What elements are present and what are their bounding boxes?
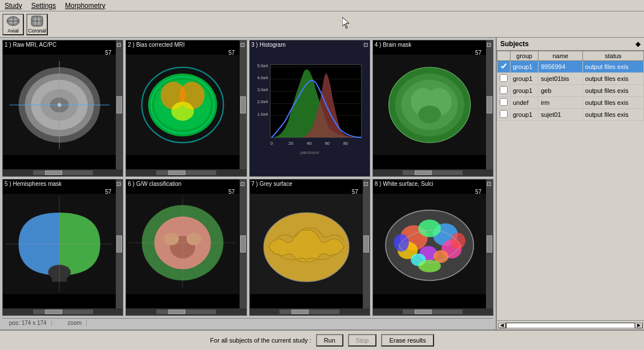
scroll-track[interactable] bbox=[506, 323, 635, 328]
cell7-hthumb[interactable] bbox=[291, 310, 309, 314]
cell4-expand-btn[interactable]: ⊡ bbox=[487, 42, 491, 48]
cell6-expand-btn[interactable]: ⊡ bbox=[240, 181, 245, 187]
row-checkbox-4[interactable] bbox=[500, 110, 508, 118]
svg-point-51 bbox=[418, 105, 441, 123]
cell2-vthumb[interactable] bbox=[240, 96, 246, 113]
cell5-canvas[interactable] bbox=[3, 180, 116, 308]
svg-text:20: 20 bbox=[288, 141, 293, 146]
cell3-expand-btn[interactable]: ⊡ bbox=[363, 42, 368, 48]
cell1-expand-btn[interactable]: ⊡ bbox=[116, 42, 121, 48]
coronal-button[interactable]: Coronal bbox=[26, 14, 48, 35]
svg-text:1.0e4: 1.0e4 bbox=[257, 112, 268, 117]
cell5-hscroll[interactable] bbox=[33, 310, 93, 314]
cell2-canvas[interactable] bbox=[126, 40, 239, 169]
cell6-body bbox=[126, 180, 246, 308]
cell-hemispheres: 5 ) Hemispheres mask ⊡ 57 bbox=[2, 179, 123, 316]
cell6-hscroll[interactable] bbox=[156, 310, 216, 314]
run-button[interactable]: Run bbox=[316, 334, 343, 347]
cell5-number: 57 bbox=[105, 189, 111, 195]
scroll-right-btn[interactable]: ▶ bbox=[635, 323, 643, 328]
cell2-bottom bbox=[126, 169, 246, 176]
bias-mri-svg bbox=[126, 55, 239, 155]
erase-results-button[interactable]: Erase results bbox=[381, 334, 434, 347]
white-surface-svg bbox=[373, 194, 486, 294]
svg-text:4.0e4: 4.0e4 bbox=[257, 75, 268, 80]
cell1-hscroll[interactable] bbox=[33, 170, 93, 175]
cell2-expand-btn[interactable]: ⊡ bbox=[240, 42, 245, 48]
menu-settings[interactable]: Settings bbox=[29, 2, 58, 10]
svg-point-62 bbox=[164, 233, 179, 245]
cell8-hthumb[interactable] bbox=[415, 310, 432, 314]
cell6-hthumb[interactable] bbox=[168, 310, 185, 314]
cell2-body bbox=[126, 40, 246, 169]
cell4-vscroll[interactable] bbox=[486, 40, 493, 169]
scroll-left-btn[interactable]: ◀ bbox=[498, 323, 506, 328]
cell1-number: 57 bbox=[105, 50, 111, 56]
cell5-bottom bbox=[3, 308, 123, 315]
cell-bias-mri: 2 ) Bias corrected MRI ⊡ 57 bbox=[125, 40, 246, 177]
svg-text:3.0e4: 3.0e4 bbox=[257, 87, 268, 92]
cell-gw-class: 6 ) G/W classification ⊡ 57 bbox=[125, 179, 246, 316]
svg-text:pan/zoom: pan/zoom bbox=[300, 150, 319, 155]
cell8-expand-btn[interactable]: ⊡ bbox=[487, 181, 491, 187]
svg-text:60: 60 bbox=[325, 141, 329, 146]
cell8-vthumb[interactable] bbox=[487, 235, 492, 253]
cell8-vscroll[interactable] bbox=[486, 180, 493, 308]
row-status-1: output files exis bbox=[582, 73, 643, 85]
subjects-options-btn[interactable]: ◆ bbox=[635, 40, 641, 48]
cell7-vscroll[interactable] bbox=[363, 180, 370, 308]
cell4-canvas[interactable] bbox=[373, 40, 486, 169]
cell-brain-mask: 4 ) Brain mask ⊡ 57 bbox=[372, 40, 493, 177]
table-row[interactable]: group1sujet01bisoutput files exis bbox=[497, 73, 644, 85]
cell2-hscroll[interactable] bbox=[156, 170, 216, 175]
cell2-hthumb[interactable] bbox=[168, 170, 185, 175]
table-row[interactable]: undefirmoutput files exis bbox=[497, 97, 644, 109]
table-row[interactable]: group1geboutput files exis bbox=[497, 85, 644, 97]
col-header-group[interactable]: group bbox=[511, 51, 538, 61]
table-row[interactable]: group19956994output files exis bbox=[497, 61, 644, 73]
cell5-vthumb[interactable] bbox=[116, 235, 122, 253]
cell5-hthumb[interactable] bbox=[45, 310, 62, 314]
menu-morphometry[interactable]: Morphometry bbox=[63, 2, 108, 10]
cell8-number: 57 bbox=[475, 189, 481, 195]
cell7-hscroll[interactable] bbox=[280, 310, 339, 314]
col-header-status[interactable]: status bbox=[582, 51, 643, 61]
cell8-canvas[interactable] bbox=[373, 180, 486, 308]
cell1-canvas[interactable] bbox=[3, 40, 116, 169]
cell7-expand-btn[interactable]: ⊡ bbox=[363, 181, 368, 187]
cell5-expand-btn[interactable]: ⊡ bbox=[116, 181, 121, 187]
raw-mri-svg bbox=[3, 55, 116, 155]
cell1-hthumb[interactable] bbox=[45, 170, 62, 175]
cell1-vscroll[interactable] bbox=[116, 40, 123, 169]
cell2-number: 57 bbox=[228, 50, 234, 56]
subjects-table: group name status group19956994output fi… bbox=[497, 51, 644, 320]
cell4-hthumb[interactable] bbox=[415, 170, 432, 175]
coronal-label: Coronal bbox=[28, 28, 46, 34]
col-header-name[interactable]: name bbox=[538, 51, 583, 61]
row-checkbox-1[interactable] bbox=[500, 74, 508, 82]
cell8-hscroll[interactable] bbox=[403, 310, 463, 314]
cell4-header: 4 ) Brain mask ⊡ bbox=[373, 40, 493, 49]
cell2-vscroll[interactable] bbox=[240, 40, 246, 169]
axial-button[interactable]: Axial bbox=[2, 14, 24, 35]
cell6-vthumb[interactable] bbox=[240, 235, 246, 253]
cell7-canvas[interactable] bbox=[250, 180, 363, 308]
cell4-hscroll[interactable] bbox=[403, 170, 463, 175]
stop-button[interactable]: Stop bbox=[348, 334, 377, 347]
cell-raw-mri: 1 ) Raw MRI, AC/PC ⊡ 57 bbox=[2, 40, 123, 177]
row-checkbox-0[interactable] bbox=[500, 62, 508, 70]
cell6-canvas[interactable] bbox=[126, 180, 239, 308]
cell3-canvas[interactable]: 5.0e4 4.0e4 3.0e4 2.0e4 1.0e4 bbox=[250, 40, 370, 176]
table-row[interactable]: group1sujet01output files exis bbox=[497, 109, 644, 121]
cell7-number: 57 bbox=[352, 189, 358, 195]
row-checkbox-3[interactable] bbox=[500, 98, 508, 106]
axial-icon bbox=[6, 15, 20, 27]
cell7-vthumb[interactable] bbox=[363, 235, 369, 253]
cell5-vscroll[interactable] bbox=[116, 180, 123, 308]
menu-study[interactable]: Study bbox=[2, 2, 25, 10]
row-checkbox-2[interactable] bbox=[500, 86, 508, 94]
cell4-vthumb[interactable] bbox=[487, 96, 492, 113]
cell1-vthumb[interactable] bbox=[116, 96, 122, 113]
cell1-title: 1 ) Raw MRI, AC/PC bbox=[5, 42, 56, 48]
cell6-vscroll[interactable] bbox=[240, 180, 246, 308]
